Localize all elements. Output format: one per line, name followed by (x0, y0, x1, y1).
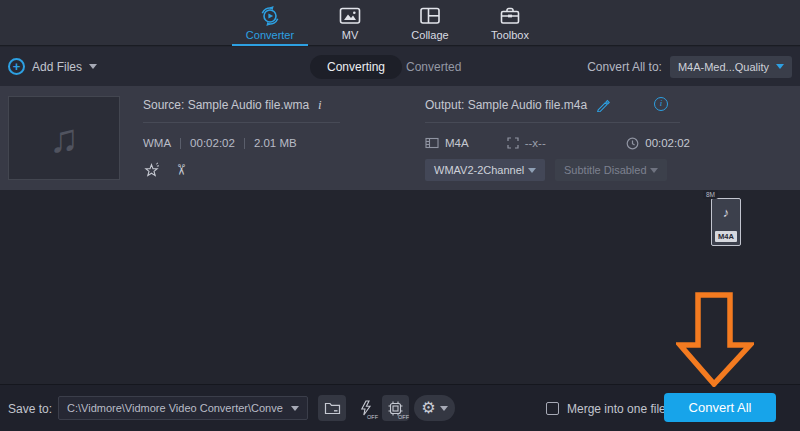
merge-label: Merge into one file (567, 402, 666, 416)
file-list-empty-area (0, 190, 800, 384)
tab-converter[interactable]: Converter (230, 0, 310, 46)
top-bar: Converter MV (0, 0, 800, 46)
output-format-file-icon[interactable]: ♪ M4A (711, 198, 741, 246)
resolution-icon (507, 137, 519, 149)
chevron-down-icon (528, 168, 536, 173)
converter-icon (258, 4, 282, 28)
add-files-button[interactable]: + Add Files (8, 47, 97, 86)
gpu-acceleration-button[interactable]: OFF (382, 395, 409, 421)
hardware-acceleration-button[interactable]: OFF (352, 395, 378, 421)
output-panel: Output: Sample Audio file.m4a i (425, 96, 690, 181)
divider (425, 122, 680, 123)
format-badge: 8M (703, 190, 718, 199)
save-path-input[interactable]: C:\Vidmore\Vidmore Video Converter\Conve… (58, 396, 308, 420)
tab-converter-label: Converter (246, 29, 294, 41)
audio-codec-value: WMAV2-2Channel (434, 164, 524, 176)
format-icon (425, 137, 439, 149)
tab-converting[interactable]: Converting (310, 55, 402, 79)
tab-collage-label: Collage (411, 29, 448, 41)
cut-button[interactable]: ✂ (175, 161, 188, 179)
source-meta: WMA 00:02:02 2.01 MB (143, 137, 343, 149)
audio-thumbnail[interactable]: ♫ (8, 96, 120, 180)
toolbox-icon (498, 4, 522, 28)
divider (143, 122, 340, 123)
chevron-down-icon (650, 168, 658, 173)
audio-codec-dropdown[interactable]: WMAV2-2Channel (425, 159, 545, 181)
rename-button[interactable] (596, 98, 610, 112)
convert-all-to-label: Convert All to: (587, 60, 662, 74)
converted-label: Converted (406, 60, 461, 74)
chevron-down-icon (440, 406, 448, 411)
info-icon[interactable]: i (318, 97, 322, 113)
output-info-button[interactable]: i (654, 97, 668, 111)
output-format: M4A (445, 137, 469, 149)
save-path-dropdown[interactable] (283, 406, 307, 411)
output-detail-row: M4A --x-- 00:02:02 (425, 136, 690, 150)
plus-icon: + (8, 58, 25, 75)
clock-icon (626, 137, 639, 150)
collage-icon (418, 4, 442, 28)
tab-mv[interactable]: MV (310, 0, 390, 46)
tab-collage[interactable]: Collage (390, 0, 470, 46)
merge-checkbox[interactable] (546, 402, 559, 415)
subtitle-dropdown[interactable]: Subtitle Disabled (555, 159, 667, 181)
vidmore-converter-window: Converter MV (0, 0, 800, 431)
tab-toolbox-label: Toolbox (491, 29, 529, 41)
source-format: WMA (143, 137, 171, 149)
divider (180, 138, 181, 149)
open-folder-button[interactable] (318, 395, 346, 421)
source-size: 2.01 MB (254, 137, 297, 149)
divider (244, 138, 245, 149)
toolbar: + Add Files Converting Converted Convert… (0, 47, 800, 86)
mv-icon (338, 4, 362, 28)
chevron-down-icon (89, 64, 97, 69)
scissors-icon: ✂ (172, 164, 190, 177)
music-note-icon: ♪ (712, 205, 740, 220)
output-resolution: --x-- (525, 137, 546, 149)
file-list-item: ♫ Source: Sample Audio file.wma i WMA 00… (0, 86, 800, 190)
folder-icon (324, 401, 341, 415)
settings-button[interactable]: ⚙ (414, 395, 455, 421)
source-duration: 00:02:02 (190, 137, 235, 149)
tab-toolbox[interactable]: Toolbox (470, 0, 550, 46)
edit-effects-button[interactable] (143, 162, 160, 179)
chevron-down-icon (291, 406, 299, 411)
subtitle-value: Subtitle Disabled (564, 164, 647, 176)
merge-into-one-file-option[interactable]: Merge into one file (546, 385, 666, 431)
item-tools: ✂ (143, 161, 343, 179)
convert-all-to-dropdown[interactable]: M4A-Med...Quality (670, 56, 792, 78)
bottom-bar: Save to: C:\Vidmore\Vidmore Video Conver… (0, 384, 800, 431)
output-duration: 00:02:02 (645, 137, 690, 149)
convert-all-to-group: Convert All to: M4A-Med...Quality (587, 47, 792, 86)
convert-all-to-value: M4A-Med...Quality (678, 61, 769, 73)
main-tabs: Converter MV (230, 0, 550, 46)
music-note-icon: ♫ (49, 116, 79, 161)
tab-converted[interactable]: Converted (406, 47, 461, 86)
output-filename: Output: Sample Audio file.m4a (425, 98, 587, 112)
save-path-value: C:\Vidmore\Vidmore Video Converter\Conve… (59, 402, 283, 414)
tab-mv-label: MV (342, 29, 359, 41)
convert-all-button[interactable]: Convert All (664, 393, 776, 422)
format-extension-label: M4A (715, 231, 737, 242)
off-badge: OFF (398, 414, 409, 420)
source-panel: Source: Sample Audio file.wma i WMA 00:0… (143, 96, 343, 179)
source-filename: Source: Sample Audio file.wma (143, 98, 309, 112)
gear-icon: ⚙ (421, 400, 435, 416)
add-files-label: Add Files (32, 60, 82, 74)
chevron-down-icon (776, 64, 784, 69)
converting-label: Converting (327, 60, 385, 74)
save-to-label: Save to: (8, 385, 52, 431)
off-badge: OFF (367, 414, 378, 420)
output-options-row: WMAV2-2Channel Subtitle Disabled (425, 159, 690, 181)
